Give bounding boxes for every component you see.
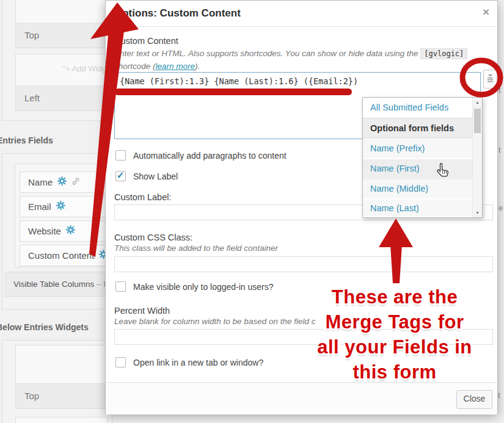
below-entries-heading: Below Entries Widgets bbox=[0, 322, 89, 332]
custom-label-label: Custom Label: bbox=[114, 192, 172, 202]
custom-content-description-2: shortcode (learn more). bbox=[114, 62, 200, 71]
mouse-cursor-icon bbox=[435, 162, 450, 182]
show-label-checkbox-label: Show Label bbox=[133, 172, 178, 181]
custom-content-label: Custom Content bbox=[114, 36, 178, 46]
widget-zone-top[interactable]: Top bbox=[15, 0, 108, 48]
paragraphs-checkbox-label: Automatically add paragraphs to content bbox=[133, 151, 287, 161]
dropdown-group-optional-form-fields: Optional form fields bbox=[363, 118, 473, 139]
screen: Top "+ Add Widg Left Entries Fields Name… bbox=[0, 0, 504, 423]
dropdown-item-all-submitted-fields[interactable]: All Submitted Fields bbox=[363, 98, 473, 118]
percent-width-description: Leave blank for column width to be based… bbox=[114, 317, 315, 326]
merge-tags-dropdown: All Submitted Fields Optional form field… bbox=[362, 97, 483, 218]
gear-icon[interactable] bbox=[66, 221, 75, 241]
description-text: shortcode ( bbox=[114, 62, 156, 71]
custom-css-input[interactable] bbox=[114, 256, 493, 272]
visible-table-columns-label: Visible Table Columns bbox=[13, 280, 94, 289]
close-icon[interactable]: × bbox=[483, 5, 489, 19]
learn-more-link[interactable]: learn more bbox=[156, 62, 195, 71]
custom-content-description: Enter text or HTML. Also supports shortc… bbox=[114, 49, 467, 58]
link-icon[interactable] bbox=[71, 172, 80, 192]
show-label-checkbox[interactable]: ✓ bbox=[115, 171, 126, 181]
paragraphs-checkbox[interactable] bbox=[115, 150, 126, 161]
entries-fields-heading: Entries Fields bbox=[0, 136, 53, 145]
dropdown-item-name-prefix[interactable]: Name (Prefix) bbox=[363, 139, 473, 159]
new-tab-checkbox-label: Open link in a new tab or window? bbox=[133, 358, 263, 367]
description-text: Enter text or HTML. Also supports shortc… bbox=[114, 49, 418, 58]
dropdown-item-name-middle[interactable]: Name (Middle) bbox=[363, 179, 473, 200]
widget-zone-bottom-top-label: Top bbox=[16, 383, 108, 408]
percent-width-label: Percent Width bbox=[114, 306, 170, 316]
merge-tag-icon bbox=[486, 73, 494, 85]
dropdown-scrollbar[interactable]: ▲ ▼ bbox=[472, 98, 482, 217]
field-website-label: Website bbox=[28, 226, 61, 236]
custom-css-description: This class will be added to the field co… bbox=[114, 244, 278, 253]
logged-in-checkbox-label: Make visible only to logged-in users? bbox=[133, 282, 274, 292]
field-row-custom-content[interactable]: Custom Content bbox=[20, 245, 114, 266]
logged-in-checkbox-row: Make visible only to logged-in users? bbox=[115, 281, 274, 292]
annotation-note: These are the Merge Tags for all your Fi… bbox=[292, 284, 497, 385]
dropdown-item-name-last[interactable]: Name (Last) bbox=[363, 200, 473, 217]
new-tab-checkbox-row: Open link in a new tab or window? bbox=[115, 357, 263, 367]
description-text: ). bbox=[195, 62, 200, 71]
annotation-note-line: this form bbox=[292, 360, 497, 385]
annotation-note-line: These are the bbox=[292, 284, 497, 309]
widget-zone-left-label: Left bbox=[16, 85, 108, 110]
gear-icon[interactable] bbox=[57, 172, 67, 192]
modal-header: Options: Custom Content × bbox=[106, 1, 497, 27]
annotation-note-line: Merge Tags for bbox=[292, 309, 497, 334]
scrollbar-thumb[interactable] bbox=[474, 109, 481, 133]
merge-tag-button[interactable] bbox=[483, 70, 497, 89]
scroll-down-icon[interactable]: ▼ bbox=[473, 208, 482, 217]
bg-fragment-text: t bbox=[499, 145, 501, 154]
field-row-name[interactable]: Name bbox=[20, 172, 114, 193]
widget-zone-left[interactable]: "+ Add Widg Left bbox=[15, 54, 108, 111]
field-row-website[interactable]: Website bbox=[20, 220, 114, 242]
paragraphs-checkbox-row: Automatically add paragraphs to content bbox=[115, 150, 287, 161]
dropdown-item-name-first[interactable]: Name (First) bbox=[363, 159, 473, 179]
modal-title: Options: Custom Content bbox=[114, 1, 241, 26]
annotation-note-line: all your Fields in bbox=[292, 334, 497, 360]
widget-zone-bottom-2[interactable] bbox=[15, 417, 108, 423]
logged-in-checkbox[interactable] bbox=[115, 281, 126, 292]
modal-footer: Close bbox=[106, 382, 497, 414]
visible-table-columns-row: Visible Table Columns – Ea bbox=[5, 272, 120, 297]
field-name-label: Name bbox=[28, 177, 53, 187]
gvlogic-code-chip: [gvlogic] bbox=[420, 48, 467, 59]
add-widget-placeholder[interactable]: "+ Add Widg bbox=[63, 64, 106, 73]
bg-fragment-text: t bbox=[499, 85, 501, 95]
bg-fragment-text: e bbox=[499, 203, 503, 212]
bg-fragment-text: t bbox=[498, 391, 500, 400]
new-tab-checkbox[interactable] bbox=[115, 357, 126, 367]
gear-icon[interactable] bbox=[56, 197, 65, 217]
field-custom-content-label: Custom Content bbox=[28, 250, 94, 261]
close-button[interactable]: Close bbox=[456, 390, 492, 409]
field-row-email[interactable]: Email bbox=[20, 196, 114, 217]
field-email-label: Email bbox=[28, 201, 51, 212]
widget-zone-bottom-top[interactable]: Top bbox=[15, 345, 108, 409]
show-label-checkbox-row: ✓ Show Label bbox=[115, 171, 178, 181]
checkmark-icon: ✓ bbox=[117, 170, 125, 181]
custom-css-label: Custom CSS Class: bbox=[114, 233, 192, 242]
widget-zone-top-label: Top bbox=[16, 23, 108, 48]
scroll-up-icon[interactable]: ▲ bbox=[473, 98, 482, 107]
